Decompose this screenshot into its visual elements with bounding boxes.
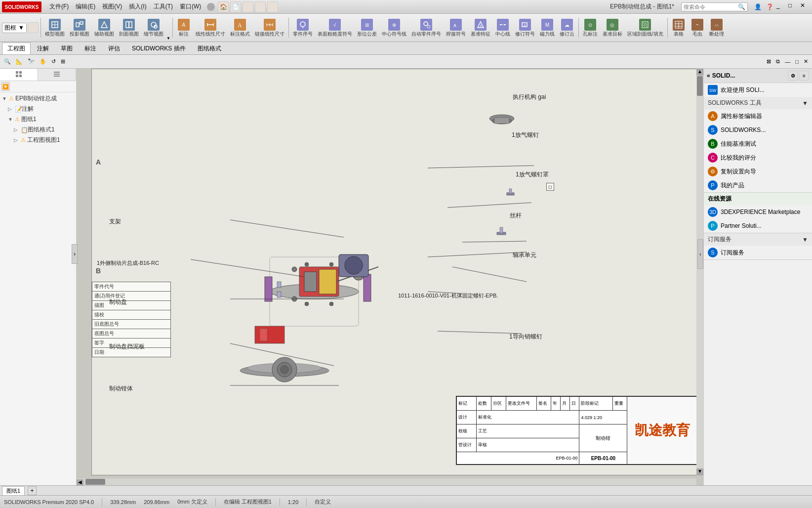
rp-partner-item[interactable]: P Partner Soluti...	[704, 219, 812, 233]
surface-finish-btn[interactable]: √ 表面粗糙度符号	[316, 18, 354, 38]
format-btn[interactable]: A 标注格式	[228, 18, 252, 38]
tab-sketch[interactable]: 草图	[55, 42, 78, 54]
scroll-thumb-v[interactable]	[697, 76, 703, 96]
menu-insert[interactable]: 插入(I)	[126, 1, 149, 12]
rp-tools-title[interactable]: SOLIDWORKS 工具 ▼	[704, 97, 812, 109]
frame-dropdown[interactable]: 图框 ▼	[2, 23, 27, 33]
tab-annotation[interactable]: 注解	[32, 42, 54, 54]
new-btn[interactable]: 📄	[230, 1, 241, 12]
caterpillar-btn[interactable]: ~ 毛虫	[689, 18, 706, 38]
area-hatch-btn[interactable]: 区域剖面线/填充	[625, 18, 665, 38]
aux-view-btn[interactable]: 辅助视图	[92, 18, 116, 38]
rp-sw-tools[interactable]: S SOLIDWORKS...	[704, 123, 812, 137]
hole-callout-btn[interactable]: ⊙ 孔标注	[581, 18, 600, 38]
rp-compare-score[interactable]: C 比较我的评分	[704, 151, 812, 165]
revision-btn[interactable]: Δ 修订符号	[513, 18, 537, 38]
drawing-sheet[interactable]: A B 零件代号 通(J)用件登记 描图 描校 旧底图总号 底图总号 签字 日期	[91, 69, 703, 475]
lp-tab-tree[interactable]	[0, 69, 38, 81]
view-close-floating-btn[interactable]: ⊠	[765, 57, 773, 66]
close-btn[interactable]: ✕	[800, 2, 810, 12]
tab-evaluate[interactable]: 评估	[103, 42, 125, 54]
auto-balloon-btn[interactable]: 自动零件序号	[409, 18, 443, 38]
tree-item-annotations[interactable]: ▷ 📝 注解	[7, 104, 75, 114]
tree-item-drawingview1[interactable]: ▷ ⚠ 工程图视图1	[13, 135, 75, 145]
scroll-thumb-h[interactable]	[85, 479, 105, 485]
open-btn[interactable]	[243, 1, 253, 12]
view-min-btn[interactable]: —	[783, 58, 792, 66]
rp-sub-title[interactable]: 订阅服务 ▼	[704, 233, 812, 246]
rp-menu-icon[interactable]: ≡	[799, 71, 809, 81]
rp-attr-editor[interactable]: A 属性标签编辑器	[704, 109, 812, 123]
chain-dim-btn[interactable]: 链接线性尺寸	[253, 18, 286, 38]
weld-symbol-btn[interactable]: ∧ 焊接符号	[444, 18, 468, 38]
detail-view-btn[interactable]: 细节视图	[142, 18, 165, 38]
view-grid-btn[interactable]: ⊞	[59, 57, 67, 66]
rp-sub-item[interactable]: S 订阅服务	[704, 246, 812, 259]
maximize-btn[interactable]: □	[788, 2, 798, 12]
menu-file[interactable]: 文件(F)	[46, 1, 72, 12]
scroll-left-btn[interactable]: ◀	[77, 479, 83, 485]
canvas-vscrollbar[interactable]: ▲ ▼	[696, 69, 703, 475]
view-search-btn[interactable]: 🔍	[2, 57, 13, 66]
help-icon[interactable]: ❓	[765, 2, 774, 12]
left-panel-collapse[interactable]: ›	[72, 244, 77, 264]
tree-item-sheet-format[interactable]: ▷ 📋 图纸格式1	[13, 125, 75, 135]
rp-canon-bench[interactable]: B 佳能基准测试	[704, 137, 812, 151]
print-btn[interactable]	[267, 1, 278, 12]
centerline-btn[interactable]: 中心线	[493, 18, 512, 38]
datum-btn[interactable]: A 基准特征	[469, 18, 492, 38]
view-more-btn[interactable]: ▼	[166, 15, 170, 41]
center-symbol-btn[interactable]: ⊕ 中心符号线	[380, 18, 408, 38]
break-line-btn[interactable]: ⌓ 断处理	[707, 18, 726, 38]
user-icon[interactable]: 👤	[753, 2, 763, 12]
view-perspective-btn[interactable]: 📐	[14, 57, 25, 66]
menu-edit[interactable]: 编辑(E)	[73, 1, 98, 12]
rp-collapse-icon[interactable]: «	[707, 72, 710, 79]
add-sheet-btn[interactable]: +	[28, 486, 37, 495]
model-view-btn[interactable]: 模型视图	[43, 18, 67, 38]
table-btn[interactable]: 表格	[670, 18, 688, 38]
rp-welcome-item[interactable]: SW 欢迎使用 SOLI...	[704, 83, 812, 97]
tab-plugins[interactable]: SOLIDWORKS 插件	[126, 42, 191, 54]
view-window-btn[interactable]: ⧉	[774, 57, 782, 66]
projected-view-btn[interactable]: 投影视图	[68, 18, 91, 38]
search-input[interactable]	[684, 4, 738, 10]
section-view-btn[interactable]: 剖面视图	[117, 18, 141, 38]
scroll-down-btn[interactable]: ▼	[696, 468, 703, 475]
canvas-hscrollbar[interactable]: ◀ ▶	[77, 478, 696, 485]
tab-sheet-format[interactable]: 图纸格式	[192, 42, 227, 54]
tolerance-btn[interactable]: ⊞ 形位公差	[355, 18, 379, 38]
tab-drawing[interactable]: 工程图	[2, 42, 31, 54]
dimension-btn[interactable]: 线性线性尺寸	[194, 18, 227, 38]
filter-icon[interactable]: 🔽	[1, 82, 10, 91]
tree-item-root[interactable]: ▼ ⚠ EPB制动钳总成	[1, 93, 75, 104]
revision-cloud-btn[interactable]: ☁ 修订云	[558, 18, 576, 38]
rp-copy-settings[interactable]: ⚙ 复制设置向导	[704, 165, 812, 178]
view-close-btn[interactable]: ✕	[802, 57, 810, 66]
tree-item-sheet1[interactable]: ▼ ⚠ 图纸1	[7, 114, 75, 125]
menu-window[interactable]: 窗口(W)	[177, 1, 204, 12]
view-max-btn[interactable]: □	[793, 58, 801, 66]
tab-markup[interactable]: 标注	[79, 42, 102, 54]
rp-my-products[interactable]: P 我的产品	[704, 178, 812, 192]
view-rotate-btn[interactable]: ↺	[49, 57, 58, 66]
datum-target-btn[interactable]: ◎ 基准目标	[601, 18, 624, 38]
pin-icon[interactable]	[207, 3, 215, 11]
menu-view[interactable]: 视图(V)	[99, 1, 125, 12]
lp-tab-list[interactable]	[38, 69, 76, 81]
magnet-line-btn[interactable]: M 磁力线	[538, 18, 557, 38]
rp-3dexp-item[interactable]: 3D 3DEXPERIENCE Marketplace	[704, 205, 812, 219]
minimize-btn[interactable]: _	[776, 2, 786, 12]
toolbar-extra-btn[interactable]	[28, 22, 39, 33]
note-btn[interactable]: A 标注	[175, 18, 193, 38]
canvas-area[interactable]: A B 零件代号 通(J)用件登记 描图 描校 旧底图总号 底图总号 签字 日期	[77, 69, 703, 485]
sheet-tab-1[interactable]: 图纸1	[2, 486, 25, 495]
save-btn[interactable]	[255, 1, 266, 12]
menu-tools[interactable]: 工具(T)	[151, 1, 176, 12]
balloon-btn[interactable]: 零件序号	[291, 18, 315, 38]
view-pan-btn[interactable]: ✋	[38, 57, 48, 66]
home-btn[interactable]: 🏠	[218, 1, 229, 12]
rp-settings-icon[interactable]: ⚙	[788, 71, 798, 81]
scroll-up-btn[interactable]: ▲	[696, 69, 703, 76]
view-zoom-btn[interactable]: 🔭	[26, 57, 37, 66]
